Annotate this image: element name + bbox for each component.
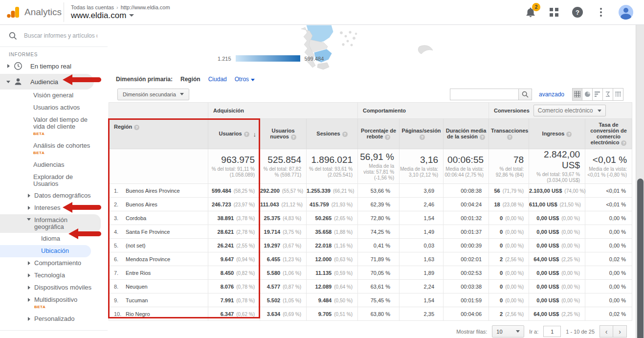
help-icon[interactable]	[291, 135, 296, 140]
next-page-button[interactable]	[613, 325, 627, 338]
sidebar-item-user-explorer[interactable]: Explorador de Usuarios	[0, 171, 108, 190]
help-icon[interactable]	[480, 135, 485, 140]
sidebar-item-mobile[interactable]: Dispositivos móviles	[0, 282, 108, 294]
sidebar-search-input[interactable]	[24, 32, 97, 39]
map-legend: 1.215 599.484	[218, 55, 324, 62]
cell-pages: 1,54	[400, 293, 444, 307]
goto-page-input[interactable]	[543, 326, 561, 337]
table-toolbar: Dimensión secundaria avanzado	[108, 86, 636, 102]
region-link[interactable]: Santa Fe Province	[126, 229, 170, 235]
region-link[interactable]: (not set)	[126, 243, 145, 248]
account-selector[interactable]: Todas las cuentas › http://www.eldia.com…	[64, 2, 170, 22]
sidebar-item-cross-device[interactable]: MultidispositivoBETA	[0, 294, 108, 313]
sidebar-item-demographics[interactable]: Datos demográficos	[0, 190, 108, 202]
column-header-new-users[interactable]: Usuarios nuevos	[260, 119, 307, 149]
cell-bounce: 0,41 %	[358, 239, 400, 252]
help-icon[interactable]	[507, 135, 512, 140]
sidebar-item-audience[interactable]: Audiencia	[0, 74, 94, 90]
cell-pages: 1,54	[400, 211, 444, 225]
dimension-tab-other[interactable]: Otros	[235, 76, 255, 83]
sidebar-item-audiences[interactable]: Audiencias	[0, 159, 108, 171]
prev-page-button[interactable]	[600, 325, 613, 338]
conversions-type-select[interactable]: Comercio electrónico	[533, 105, 606, 116]
geo-map[interactable]	[186, 25, 440, 72]
help-icon[interactable]	[244, 132, 249, 137]
column-header-users[interactable]: Usuarios	[208, 119, 260, 149]
help-icon[interactable]	[420, 135, 425, 140]
sidebar-item-geo[interactable]: Información geográfica	[0, 214, 101, 233]
dimension-tab-city[interactable]: Ciudad	[208, 76, 227, 83]
region-link[interactable]: Tucuman	[126, 297, 148, 303]
table-search-input[interactable]	[450, 89, 518, 100]
sidebar-item-technology[interactable]: Tecnología	[0, 270, 108, 282]
help-icon[interactable]	[621, 140, 626, 146]
region-link[interactable]: Neuquen	[126, 284, 148, 290]
help-icon[interactable]	[566, 132, 572, 137]
help-icon[interactable]	[134, 125, 139, 130]
chevron-down-icon	[251, 79, 255, 81]
cell-users: 26.241(2,55 %)	[208, 239, 260, 252]
sidebar-item-cohort-analysis[interactable]: Análisis de cohortesBETA	[0, 140, 108, 159]
sidebar-item-interests[interactable]: Intereses	[0, 202, 108, 214]
user-avatar[interactable]	[619, 5, 633, 20]
view-pivot-button[interactable]	[613, 88, 623, 101]
summary-users: 963.975% del total: 91,11 % (1.058.089)	[208, 149, 260, 184]
cell-duration: 00:01:59	[444, 293, 489, 307]
cell-region: 9.Tucuman	[109, 293, 208, 307]
sidebar-item-location[interactable]: Ubicación	[0, 245, 91, 257]
cell-users: 38.891(3,78 %)	[208, 211, 260, 225]
sidebar-item-lifetime-value[interactable]: Valor del tiempo de vida del clienteBETA	[0, 114, 108, 140]
column-header-revenue[interactable]: Ingresos	[529, 119, 585, 149]
goto-label: Ir a:	[529, 329, 538, 335]
chevron-right-icon	[28, 317, 30, 321]
chevron-right-icon	[28, 194, 30, 198]
region-link[interactable]: Entre Rios	[126, 270, 151, 276]
column-header-transactions[interactable]: Transacciones	[489, 119, 529, 149]
sidebar-item-custom[interactable]: Personalizado	[0, 313, 108, 325]
region-link[interactable]: Buenos Aires Province	[126, 188, 180, 194]
account-name[interactable]: www.eldia.com	[71, 11, 126, 21]
breadcrumb-all-accounts[interactable]: Todas las cuentas	[71, 4, 114, 10]
rows-per-page-select[interactable]: 10	[492, 325, 524, 338]
advanced-filter-link[interactable]: avanzado	[539, 91, 564, 98]
sidebar-item-language[interactable]: Idioma	[0, 233, 108, 245]
vertical-scrollbar[interactable]	[636, 25, 644, 338]
sidebar-item-active-users[interactable]: Usuarios activos	[0, 102, 108, 114]
column-header-conv-rate[interactable]: Tasa de conversión de comercio electróni…	[585, 119, 632, 149]
column-header-duration[interactable]: Duración media de la sesión	[444, 119, 489, 149]
sidebar-item-overview[interactable]: Visión general	[0, 90, 108, 102]
view-performance-button[interactable]	[593, 88, 603, 101]
cell-new-users: 5.502(1,05 %)	[260, 293, 307, 307]
show-rows-label: Mostrar filas:	[456, 329, 487, 335]
column-header-bounce[interactable]: Porcentaje de rebote	[358, 119, 400, 149]
breadcrumb-property[interactable]: http://www.eldia.com	[121, 4, 170, 10]
column-header-region[interactable]: Región	[109, 119, 208, 149]
sidebar-search[interactable]	[0, 25, 108, 47]
help-icon[interactable]	[385, 135, 390, 140]
region-link[interactable]: Mendoza Province	[126, 256, 170, 262]
column-header-sessions[interactable]: Sesiones	[307, 119, 358, 149]
view-comparison-button[interactable]	[603, 88, 613, 101]
cell-sessions: 415.759(21,93 %)	[307, 198, 358, 211]
sidebar-item-realtime[interactable]: En tiempo real	[0, 58, 108, 74]
more-menu-button[interactable]	[595, 6, 607, 18]
dimension-tab-region[interactable]: Región	[180, 76, 200, 83]
region-link[interactable]: Buenos Aires	[126, 202, 157, 207]
sidebar-item-attribution[interactable]: AtribuciónBETA	[0, 335, 108, 338]
apps-menu-button[interactable]	[548, 6, 560, 18]
view-percentage-button[interactable]	[582, 88, 593, 101]
view-table-button[interactable]	[572, 88, 582, 101]
secondary-dimension-button[interactable]: Dimensión secundaria	[117, 89, 189, 100]
help-icon[interactable]	[342, 132, 348, 137]
scrollbar-thumb[interactable]	[637, 179, 644, 338]
sidebar-item-behavior[interactable]: Comportamiento	[0, 257, 108, 270]
region-link[interactable]: Rio Negro	[126, 311, 150, 317]
table-search-button[interactable]	[518, 89, 532, 100]
help-button[interactable]	[572, 6, 583, 18]
notifications-button[interactable]: 2	[525, 6, 536, 18]
legend-min: 1.215	[218, 56, 231, 62]
region-link[interactable]: Cordoba	[126, 215, 146, 221]
geo-map-panel[interactable]: 1.215 599.484	[108, 25, 636, 72]
column-header-pages[interactable]: Páginas/sesión	[400, 119, 444, 149]
cell-bounce: 53,66 %	[358, 184, 400, 198]
